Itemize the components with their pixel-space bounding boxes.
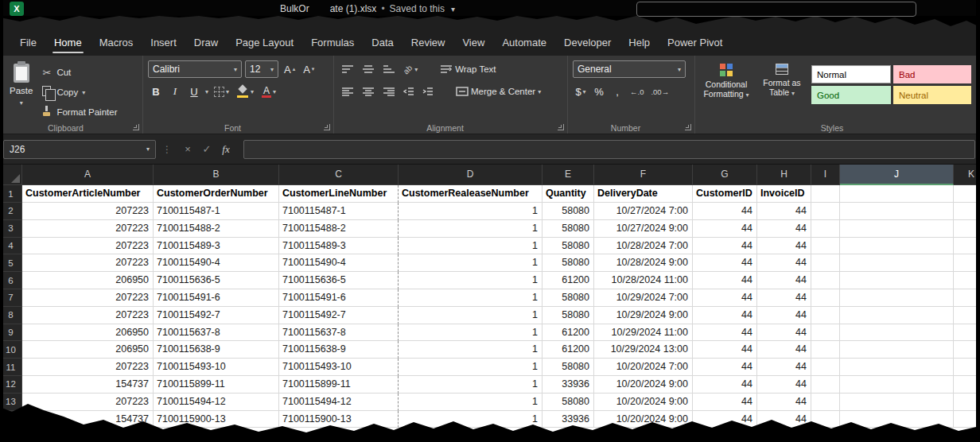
cell-F4[interactable]: 10/28/2024 7:00 xyxy=(594,238,693,255)
grow-font-button[interactable]: A▴ xyxy=(282,60,298,78)
cell-G5[interactable]: 44 xyxy=(693,254,757,272)
tab-data[interactable]: Data xyxy=(363,32,402,53)
cell-E5[interactable]: 58080 xyxy=(542,254,594,272)
cell-J2[interactable] xyxy=(840,203,954,220)
cell-G9[interactable]: 44 xyxy=(693,324,757,342)
cell-F10[interactable]: 10/29/2024 13:00 xyxy=(594,341,693,359)
row-header-6[interactable]: 6 xyxy=(0,272,22,289)
cell-C12[interactable]: 7100115899-11 xyxy=(279,376,399,394)
cell-F8[interactable]: 10/29/2024 9:00 xyxy=(594,307,693,324)
cell-E2[interactable]: 58080 xyxy=(542,203,594,220)
percent-style-button[interactable]: % xyxy=(591,83,607,100)
borders-button[interactable]: ▾ xyxy=(212,83,231,100)
font-color-button[interactable]: A▾ xyxy=(259,83,278,100)
cell-E11[interactable]: 58080 xyxy=(542,359,594,376)
cell-B3[interactable]: 7100115488-2 xyxy=(154,220,279,238)
cell-H11[interactable]: 44 xyxy=(757,359,811,376)
cell-J7[interactable] xyxy=(840,289,954,307)
column-header-B[interactable]: B xyxy=(154,165,279,185)
tab-draw[interactable]: Draw xyxy=(185,32,227,53)
merge-center-button[interactable]: Merge & Center ▾ xyxy=(453,83,543,100)
column-header-F[interactable]: F xyxy=(594,165,693,185)
column-header-E[interactable]: E xyxy=(542,165,594,185)
cell-I1[interactable] xyxy=(811,185,840,203)
cell-E10[interactable]: 61200 xyxy=(542,341,594,359)
cell-F11[interactable]: 10/20/2024 7:00 xyxy=(594,359,693,376)
tab-insert[interactable]: Insert xyxy=(142,32,185,53)
cell-G12[interactable]: 44 xyxy=(693,376,757,394)
cell-E9[interactable]: 61200 xyxy=(542,324,594,342)
cell-E12[interactable]: 33936 xyxy=(542,376,594,394)
cell-J6[interactable] xyxy=(840,272,954,289)
cell-B14[interactable]: 7100115900-13 xyxy=(154,411,279,428)
font-dialog-launcher-icon[interactable] xyxy=(324,124,330,130)
copy-button[interactable]: Copy ▾ xyxy=(37,83,120,101)
cell-H3[interactable]: 44 xyxy=(757,220,811,238)
font-name-select[interactable]: Calibri ▾ xyxy=(148,60,242,78)
tab-home[interactable]: Home xyxy=(45,32,91,53)
paste-button[interactable]: Paste ▾ xyxy=(5,60,37,121)
tab-power-pivot[interactable]: Power Pivot xyxy=(659,32,731,53)
bottom-align-button[interactable] xyxy=(380,60,398,78)
font-size-dropdown-icon[interactable]: ▾ xyxy=(270,66,274,73)
tab-review[interactable]: Review xyxy=(402,32,454,53)
cell-J1[interactable] xyxy=(840,185,954,203)
cell-H2[interactable]: 44 xyxy=(757,203,811,220)
cell-H1[interactable]: InvoiceID xyxy=(757,185,811,203)
middle-align-button[interactable] xyxy=(360,60,377,78)
cell-B4[interactable]: 7100115489-3 xyxy=(154,238,279,255)
cell-D7[interactable]: 1 xyxy=(399,289,542,307)
column-header-H[interactable]: H xyxy=(757,165,811,185)
excel-logo-icon[interactable]: X xyxy=(10,2,24,16)
align-center-button[interactable] xyxy=(360,83,377,100)
cell-D11[interactable]: 1 xyxy=(399,359,542,376)
cell-J13[interactable] xyxy=(840,394,954,411)
number-format-select[interactable]: General ▾ xyxy=(573,60,686,78)
cell-I9[interactable] xyxy=(811,324,840,342)
cell-A5[interactable]: 207223 xyxy=(22,254,154,272)
cell-I6[interactable] xyxy=(811,272,840,289)
cell-B1[interactable]: CustomerOrderNumber xyxy=(154,185,279,203)
cell-C1[interactable]: CustomerLineNumber xyxy=(279,185,399,203)
cell-J5[interactable] xyxy=(840,254,954,272)
cell-A2[interactable]: 207223 xyxy=(22,203,154,220)
cell-C4[interactable]: 7100115489-3 xyxy=(279,238,399,255)
cell-style-neutral[interactable]: Neutral xyxy=(893,86,971,104)
cell-C7[interactable]: 7100115491-6 xyxy=(279,289,399,307)
cell-A9[interactable]: 206950 xyxy=(22,324,154,342)
cell-G10[interactable]: 44 xyxy=(693,341,757,359)
tab-file[interactable]: File xyxy=(11,32,45,53)
cell-F14[interactable]: 10/20/2024 9:00 xyxy=(594,411,693,428)
cell-J12[interactable] xyxy=(840,376,954,394)
cell-F3[interactable]: 10/27/2024 9:00 xyxy=(594,220,693,238)
row-header-1[interactable]: 1 xyxy=(0,185,22,203)
cell-H14[interactable]: 44 xyxy=(757,411,811,428)
cell-G14[interactable]: 44 xyxy=(693,411,757,428)
cell-J9[interactable] xyxy=(840,324,954,342)
column-header-G[interactable]: G xyxy=(693,165,757,185)
conditional-formatting-button[interactable]: Conditional Formatting ▾ xyxy=(700,60,752,121)
cell-D2[interactable]: 1 xyxy=(399,203,542,220)
cell-I2[interactable] xyxy=(811,203,840,220)
cell-G6[interactable]: 44 xyxy=(693,272,757,289)
cell-A3[interactable]: 207223 xyxy=(22,220,154,238)
cell-C8[interactable]: 7100115492-7 xyxy=(279,307,399,324)
merge-center-dropdown-icon[interactable]: ▾ xyxy=(538,88,541,95)
align-left-button[interactable] xyxy=(339,83,356,100)
cell-I7[interactable] xyxy=(811,289,840,307)
cell-G13[interactable]: 44 xyxy=(693,394,757,411)
select-all-button[interactable] xyxy=(0,165,22,185)
paste-dropdown-icon[interactable]: ▾ xyxy=(20,99,23,107)
tab-page-layout[interactable]: Page Layout xyxy=(227,32,302,53)
align-right-button[interactable] xyxy=(380,83,398,100)
format-painter-button[interactable]: Format Painter xyxy=(37,103,120,121)
cell-I12[interactable] xyxy=(811,376,840,394)
cell-I8[interactable] xyxy=(811,307,840,324)
cell-H9[interactable]: 44 xyxy=(757,324,811,342)
cell-B12[interactable]: 7100115899-11 xyxy=(154,376,279,394)
cell-B2[interactable]: 7100115487-1 xyxy=(154,203,279,220)
cell-style-good[interactable]: Good xyxy=(811,86,891,104)
cell-G4[interactable]: 44 xyxy=(693,238,757,255)
cell-B7[interactable]: 7100115491-6 xyxy=(154,289,279,307)
clipboard-dialog-launcher-icon[interactable] xyxy=(133,124,139,130)
